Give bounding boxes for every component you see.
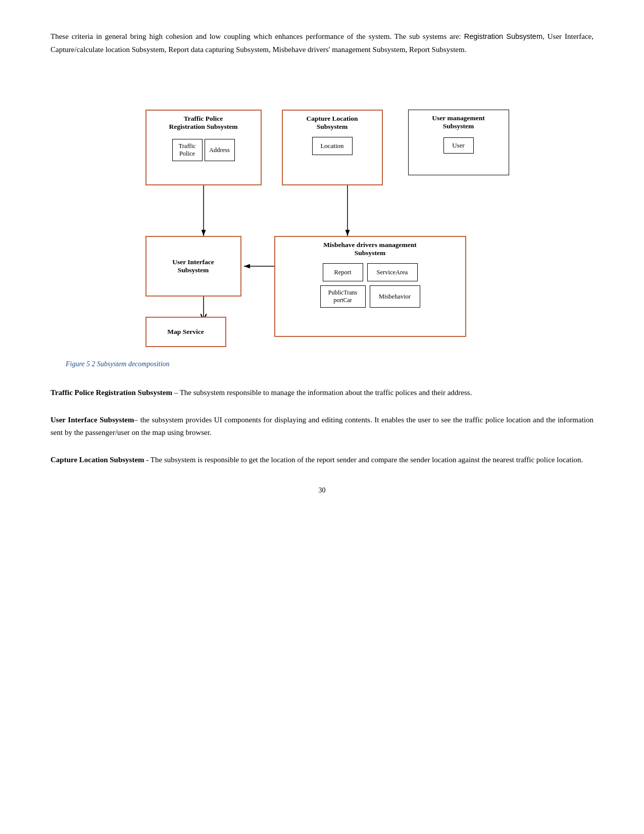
intro-special: Registration Subsystem (464, 32, 542, 40)
intro-paragraph: These criteria in general bring high coh… (51, 30, 593, 56)
misbehave-label: Misbehave drivers management Subsystem (323, 241, 416, 257)
user-interface-label: User Interface Subsystem (172, 258, 214, 274)
traffic-police-reg-label: Traffic Police Registration Subsystem (169, 115, 237, 131)
public-trans-entity: PublicTrans portCar (320, 285, 366, 308)
address-entity: Address (205, 139, 235, 161)
subsystem-diagram: Traffic Police Registration Subsystem Tr… (115, 79, 529, 347)
user-management-box: User management Subsystem User (408, 110, 509, 175)
service-area-entity: ServiceArea (367, 263, 418, 281)
section-user-interface-dash: – (134, 416, 140, 424)
user-interface-box: User Interface Subsystem (145, 236, 241, 297)
figure-caption: Figure 5 2 Subsystem decomposition (51, 360, 593, 368)
section-capture-location-bold: Capture Location Subsystem (51, 456, 144, 464)
section-traffic-police: Traffic Police Registration Subsystem – … (51, 386, 593, 400)
section-user-interface: User Interface Subsystem– the subsystem … (51, 414, 593, 439)
user-entity: User (443, 137, 474, 154)
capture-location-label: Capture Location Subsystem (306, 115, 358, 131)
section-user-interface-bold: User Interface Subsystem (51, 416, 134, 424)
page-number: 30 (51, 486, 593, 495)
user-management-label: User management Subsystem (432, 114, 484, 130)
section-traffic-police-dash: – (172, 388, 180, 397)
location-entity: Location (312, 137, 353, 155)
diagram-container: Traffic Police Registration Subsystem Tr… (51, 74, 593, 352)
intro-text-1: These criteria in general bring high coh… (51, 32, 464, 40)
traffic-police-reg-box: Traffic Police Registration Subsystem Tr… (145, 110, 262, 185)
section-capture-location: Capture Location Subsystem - The subsyst… (51, 454, 593, 467)
capture-location-box: Capture Location Subsystem Location (282, 110, 383, 185)
section-traffic-police-text: The subsystem responsible to manage the … (180, 388, 472, 397)
map-service-box: Map Service (145, 317, 226, 347)
section-capture-location-dash: - (144, 456, 151, 464)
misbehave-box: Misbehave drivers management Subsystem R… (274, 236, 466, 337)
section-traffic-police-bold: Traffic Police Registration Subsystem (51, 388, 172, 397)
map-service-label: Map Service (167, 328, 204, 336)
report-entity: Report (323, 263, 363, 281)
traffic-police-entity: Traffic Police (172, 139, 203, 161)
section-capture-location-text: The subsystem is responsible to get the … (151, 456, 583, 464)
misbehavior-entity: Misbehavior (370, 285, 420, 308)
